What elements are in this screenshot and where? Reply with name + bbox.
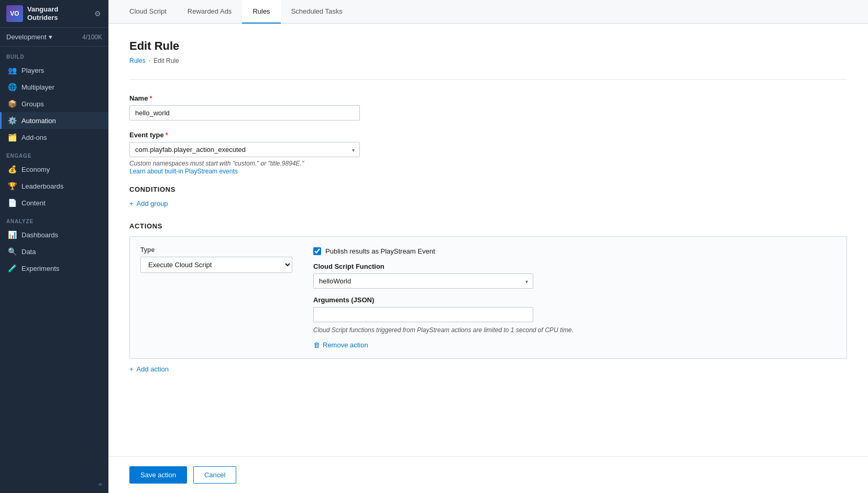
main-content: Cloud Script Rewarded Ads Rules Schedule… — [108, 0, 868, 493]
sidebar-item-experiments[interactable]: 🧪 Experiments — [0, 260, 108, 277]
divider — [129, 79, 847, 80]
automation-icon: ⚙️ — [8, 116, 16, 125]
name-input[interactable] — [129, 105, 360, 120]
action-right-panel: Publish results as PlayStream Event Clou… — [313, 246, 574, 349]
breadcrumb-separator: › — [149, 58, 150, 64]
event-type-field-group: Event type * com.playfab.player_action_e… — [129, 131, 847, 175]
tabs-bar: Cloud Script Rewarded Ads Rules Schedule… — [108, 0, 868, 24]
sidebar-logo: VO Vanguard Outriders — [6, 5, 58, 22]
sidebar-header: VO Vanguard Outriders ⚙ — [0, 0, 108, 28]
event-type-select[interactable]: com.playfab.player_action_executed — [129, 142, 360, 157]
sidebar-item-label-addons: Add-ons — [21, 134, 47, 141]
playstream-events-link[interactable]: Learn about built-in PlayStream events — [129, 168, 238, 175]
action-card: Type Execute Cloud ScriptGrant virtual c… — [129, 236, 847, 359]
chevron-down-icon: ▾ — [49, 33, 52, 41]
sidebar-item-label-multiplayer: Multiplayer — [21, 83, 54, 91]
conditions-section: CONDITIONS + Add group — [129, 185, 847, 207]
experiments-icon: 🧪 — [8, 264, 16, 272]
analyze-section-label: ANALYZE — [0, 211, 108, 226]
conditions-heading: CONDITIONS — [129, 185, 847, 193]
action-type-group: Type Execute Cloud ScriptGrant virtual c… — [140, 246, 292, 273]
actions-heading: ACTIONS — [129, 222, 847, 230]
action-type-label: Type — [140, 246, 292, 254]
sidebar: VO Vanguard Outriders ⚙ Development ▾ 4/… — [0, 0, 108, 493]
app-title-line1: Vanguard — [27, 5, 58, 14]
build-section-label: BUILD — [0, 47, 108, 62]
trash-icon: 🗑 — [313, 341, 320, 349]
event-type-label: Event type * — [129, 131, 847, 139]
sidebar-item-leaderboards[interactable]: 🏆 Leaderboards — [0, 178, 108, 194]
cloud-fn-group: Cloud Script Function helloWorldotherFun… — [313, 262, 574, 289]
tab-rewarded-ads[interactable]: Rewarded Ads — [177, 0, 243, 24]
args-input[interactable] — [313, 307, 533, 322]
multiplayer-icon: 🌐 — [8, 83, 16, 91]
add-group-button[interactable]: + Add group — [129, 200, 168, 207]
cloud-fn-label: Cloud Script Function — [313, 262, 574, 270]
sidebar-item-addons[interactable]: 🗂️ Add-ons — [0, 129, 108, 146]
dashboards-icon: 📊 — [8, 231, 16, 239]
cancel-button[interactable]: Cancel — [193, 466, 236, 484]
sidebar-item-data[interactable]: 🔍 Data — [0, 243, 108, 260]
sidebar-item-label-automation: Automation — [21, 117, 56, 125]
players-icon: 👥 — [8, 66, 16, 74]
name-field-group: Name * — [129, 94, 847, 120]
cpu-hint: Cloud Script functions triggered from Pl… — [313, 326, 574, 334]
sidebar-item-label-groups: Groups — [21, 100, 44, 108]
remove-action-button[interactable]: 🗑 Remove action — [313, 341, 574, 349]
breadcrumb: Rules › Edit Rule — [129, 57, 847, 64]
action-type-select[interactable]: Execute Cloud ScriptGrant virtual curren… — [140, 257, 292, 273]
sidebar-item-label-economy: Economy — [21, 166, 50, 173]
add-action-button[interactable]: + Add action — [129, 365, 169, 373]
sidebar-item-label-experiments: Experiments — [21, 265, 59, 272]
sidebar-item-players[interactable]: 👥 Players — [0, 62, 108, 79]
sidebar-item-content[interactable]: 📄 Content — [0, 194, 108, 211]
addons-icon: 🗂️ — [8, 133, 16, 141]
cloud-fn-select-wrapper: helloWorldotherFunction ▾ — [313, 273, 533, 289]
app-title: Vanguard Outriders — [27, 5, 58, 21]
actions-section: ACTIONS Type Execute Cloud ScriptGrant v… — [129, 222, 847, 373]
tab-scheduled-tasks[interactable]: Scheduled Tasks — [281, 0, 353, 24]
leaderboards-icon: 🏆 — [8, 182, 16, 190]
page-title: Edit Rule — [129, 39, 847, 53]
publish-checkbox-label: Publish results as PlayStream Event — [325, 247, 435, 255]
sidebar-item-automation[interactable]: ⚙️ Automation — [0, 112, 108, 129]
tab-cloud-script[interactable]: Cloud Script — [119, 0, 177, 24]
name-label: Name * — [129, 94, 847, 102]
groups-icon: 📦 — [8, 100, 16, 108]
sidebar-item-label-leaderboards: Leaderboards — [21, 182, 63, 190]
app-logo-icon: VO — [6, 5, 23, 22]
data-icon: 🔍 — [8, 247, 16, 256]
environment-count: 4/100K — [82, 34, 102, 41]
args-label: Arguments (JSON) — [313, 296, 574, 304]
sidebar-item-multiplayer[interactable]: 🌐 Multiplayer — [0, 79, 108, 95]
sidebar-item-label-content: Content — [21, 199, 46, 207]
environment-row: Development ▾ 4/100K — [0, 28, 108, 47]
event-type-required-star: * — [166, 131, 168, 139]
settings-button[interactable]: ⚙ — [93, 8, 102, 19]
sidebar-item-groups[interactable]: 📦 Groups — [0, 95, 108, 112]
args-group: Arguments (JSON) — [313, 289, 574, 322]
breadcrumb-current: Edit Rule — [153, 57, 179, 64]
page-content: Edit Rule Rules › Edit Rule Name * Event… — [108, 24, 868, 456]
sidebar-item-label-players: Players — [21, 67, 44, 74]
environment-selector[interactable]: Development ▾ — [6, 33, 52, 41]
content-icon: 📄 — [8, 199, 16, 207]
cloud-fn-select[interactable]: helloWorldotherFunction — [313, 273, 533, 289]
sidebar-item-label-dashboards: Dashboards — [21, 231, 58, 239]
app-title-line2: Outriders — [27, 14, 58, 22]
engage-section-label: ENGAGE — [0, 146, 108, 161]
tab-rules[interactable]: Rules — [242, 0, 280, 24]
event-type-select-wrapper: com.playfab.player_action_executed ▾ — [129, 142, 360, 157]
breadcrumb-rules-link[interactable]: Rules — [129, 57, 146, 64]
sidebar-item-dashboards[interactable]: 📊 Dashboards — [0, 226, 108, 243]
sidebar-item-economy[interactable]: 💰 Economy — [0, 161, 108, 178]
publish-checkbox-row: Publish results as PlayStream Event — [313, 247, 574, 255]
plus-icon-action: + — [129, 365, 134, 373]
bottom-actions-bar: Save action Cancel — [108, 456, 868, 493]
environment-name: Development — [6, 33, 47, 41]
save-action-button[interactable]: Save action — [129, 466, 187, 484]
name-required-star: * — [149, 94, 152, 102]
event-type-hint: Custom namespaces must start with "custo… — [129, 160, 847, 167]
sidebar-collapse-button[interactable]: « — [0, 475, 108, 493]
publish-checkbox[interactable] — [313, 247, 321, 255]
